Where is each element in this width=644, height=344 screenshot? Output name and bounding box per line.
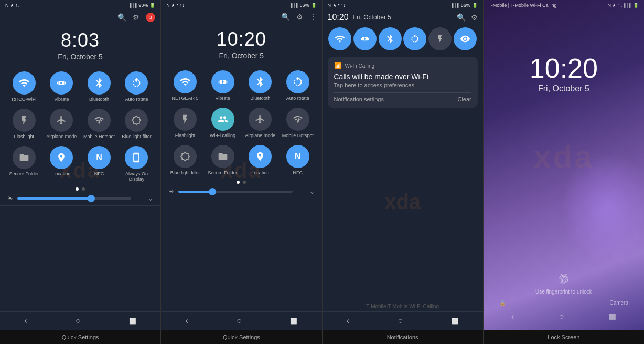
brightness-track-2[interactable] — [178, 191, 292, 193]
notification-card[interactable]: 📶 Wi-Fi Calling Calls will be made over … — [328, 57, 478, 108]
time-2: 10:20 — [161, 28, 321, 50]
tile-hotspot-2[interactable]: Mobile Hotspot — [281, 108, 315, 139]
screen-qs2: N ★ * ↑↓ ∥∥∥ 66% 🔋 🔍 ⚙ ⋮ 10:20 Fri, Octo… — [161, 0, 322, 344]
recents-btn-2[interactable]: ⬜ — [290, 318, 297, 325]
brightness-bar-2[interactable]: ☀ — ⌄ — [161, 186, 321, 197]
tile-nfc-2[interactable]: N NFC — [281, 145, 315, 176]
tile-label-hotspot-2: Mobile Hotspot — [282, 133, 314, 139]
carrier-bar: T-Mobile|T-Mobile Wi-Fi Calling — [323, 301, 483, 311]
flashlight-icon-1 — [13, 109, 36, 132]
lock-recents-btn[interactable]: ⬜ — [609, 314, 616, 320]
notif-clear-btn[interactable]: Clear — [457, 96, 471, 102]
back-btn-3[interactable]: ‹ — [347, 316, 349, 326]
securefolder-icon-1 — [13, 146, 36, 169]
lock-shortcut-right[interactable]: Camera — [609, 300, 628, 306]
tile-rotate-1[interactable]: Auto rotate — [120, 71, 154, 102]
tile-hotspot-1[interactable]: Mobile Hotspot — [82, 109, 116, 140]
caption-row-2: Quick Settings — [161, 330, 321, 344]
tile-bluelight-1[interactable]: Blue light filter — [120, 109, 154, 140]
tile-wifi-1[interactable]: RHCC-WiFi — [7, 71, 41, 102]
tile-nfc-1[interactable]: N NFC — [82, 146, 116, 183]
tile-location-2[interactable]: Location — [243, 145, 277, 176]
home-btn-2[interactable]: ○ — [237, 316, 242, 326]
notification-badge[interactable]: 3 — [146, 13, 155, 22]
battery-2: 🔋 — [311, 3, 317, 8]
tile-flashlight-2[interactable]: Flashlight — [168, 108, 202, 139]
wifi-icon-2 — [174, 70, 197, 93]
back-btn-1[interactable]: ‹ — [24, 316, 27, 326]
notif-tile-wifi[interactable] — [328, 27, 351, 50]
home-btn-1[interactable]: ○ — [76, 316, 81, 326]
tile-aod-1[interactable]: Always On Display — [120, 146, 154, 183]
tile-airplane-2[interactable]: Airplane mode — [243, 108, 277, 139]
tile-vibrate-2[interactable]: Vibrate — [206, 70, 240, 101]
settings-icon[interactable]: ⚙ — [133, 13, 139, 22]
notif-tile-flashlight[interactable] — [428, 27, 452, 50]
recents-btn-1[interactable]: ⬜ — [129, 318, 136, 325]
notif-search-icon[interactable]: 🔍 — [457, 13, 466, 22]
tile-label-bluelight-1: Blue light filter — [122, 134, 152, 140]
tile-rotate-2[interactable]: Auto rotate — [281, 70, 315, 101]
tile-bluetooth-2[interactable]: Bluetooth — [243, 70, 277, 101]
tile-vibrate-1[interactable]: Vibrate — [45, 71, 79, 102]
brightness-expand-1[interactable]: ⌄ — [148, 195, 153, 202]
bluetooth-icon-2 — [249, 70, 272, 93]
status-left-2: N ★ * ↑↓ — [166, 3, 185, 8]
tile-wificalling-2[interactable]: Wi-Fi calling — [206, 108, 240, 139]
notif-tile-bluetooth[interactable] — [379, 27, 402, 50]
tile-securefolder-2[interactable]: Secure Folder — [206, 145, 240, 176]
brightness-fill-2 — [178, 191, 212, 193]
network-icons-1: N ★ ↑↓ — [5, 3, 20, 8]
tile-securefolder-1[interactable]: Secure Folder — [7, 146, 41, 183]
time-1: 8:03 — [0, 29, 160, 51]
settings-icon-2[interactable]: ⚙ — [296, 13, 303, 21]
notif-header: 10:20 Fri, October 5 🔍 ⚙ — [323, 11, 483, 24]
lock-time: 10:20 — [484, 53, 644, 84]
tile-bluetooth-1[interactable]: Bluetooth — [82, 71, 116, 102]
status-right-3: ∥∥∥ 66% 🔋 — [452, 3, 478, 8]
recents-btn-3[interactable]: ⬜ — [452, 318, 459, 325]
page-dots-1 — [0, 185, 160, 193]
tile-label-airplane-2: Airplane mode — [245, 133, 275, 139]
bluelight-icon-2 — [174, 145, 197, 168]
notif-tile-rotate[interactable] — [403, 27, 426, 50]
caption-4: Lock Screen — [484, 330, 644, 344]
xda-watermark-3: xda — [384, 190, 421, 214]
search-icon[interactable]: 🔍 — [117, 13, 126, 22]
notif-tile-vibrate[interactable] — [353, 27, 377, 50]
screen-lock: T-Mobile | T-Mobile Wi-Fi Calling N ★ ↑↓… — [484, 0, 644, 344]
notif-time: 10:20 — [328, 13, 349, 22]
brightness-track-1[interactable] — [17, 197, 131, 200]
tile-airplane-1[interactable]: Airplane mode — [45, 109, 79, 140]
wifi-icon-1 — [13, 71, 36, 95]
lock-back-btn[interactable]: ‹ — [511, 312, 514, 321]
brightness-bar-1[interactable]: ☀ — ⌄ — [0, 193, 160, 204]
tile-flashlight-1[interactable]: Flashlight — [7, 109, 41, 140]
signal-2: ∥∥∥ 66% — [291, 3, 309, 8]
notif-settings-btn[interactable]: Notification settings — [334, 96, 384, 102]
tile-bluelight-2[interactable]: Blue light filter — [168, 145, 202, 176]
qs-toolbar-1: 🔍 ⚙ 3 — [0, 11, 160, 24]
search-icon-2[interactable]: 🔍 — [281, 13, 290, 21]
notif-tile-eye[interactable] — [454, 27, 477, 50]
tile-label-securefolder-2: Secure Folder — [208, 170, 238, 176]
lock-home-btn[interactable]: ○ — [559, 312, 564, 321]
tile-label-bluetooth-2: Bluetooth — [250, 96, 270, 101]
caption-2: Quick Settings — [161, 330, 321, 344]
brightness-thumb-2 — [209, 188, 216, 195]
battery-1: 🔋 — [149, 3, 155, 8]
tile-location-1[interactable]: Location — [45, 146, 79, 183]
divider-1 — [0, 205, 160, 206]
lock-shortcut-left[interactable]: 🔒 — [499, 300, 506, 306]
tile-label-aod-1: Always On Display — [120, 171, 154, 183]
tile-wifi-2[interactable]: NETGEAR 5 — [168, 70, 202, 101]
caption-row-3: Notifications — [323, 330, 483, 344]
tile-label-vibrate-1: Vibrate — [54, 97, 69, 102]
notif-settings-icon[interactable]: ⚙ — [471, 13, 478, 22]
signal-1: ∥∥∥ 93% — [130, 3, 148, 8]
more-icon-2[interactable]: ⋮ — [309, 13, 317, 21]
home-btn-3[interactable]: ○ — [398, 316, 403, 326]
caption-3: Notifications — [323, 330, 483, 344]
back-btn-2[interactable]: ‹ — [185, 316, 188, 326]
brightness-expand-2[interactable]: ⌄ — [309, 188, 315, 195]
